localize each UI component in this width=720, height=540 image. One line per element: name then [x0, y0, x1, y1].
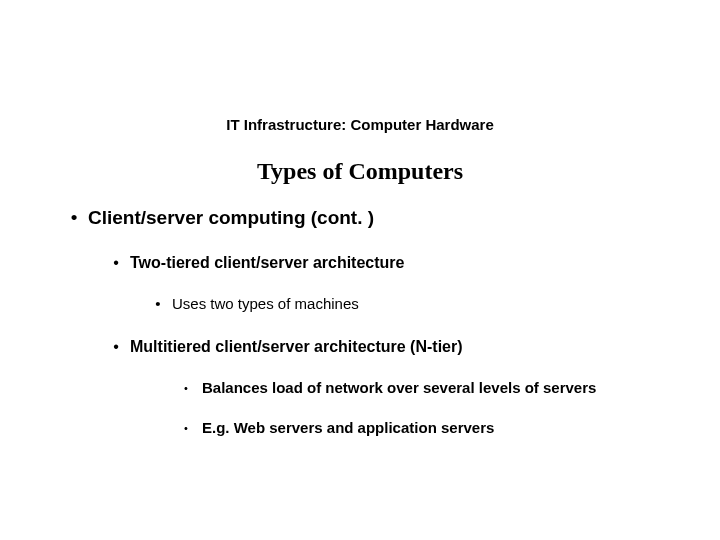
bullet-marker: • — [102, 252, 130, 274]
slide-pretitle: IT Infrastructure: Computer Hardware — [0, 116, 720, 133]
bullet-marker: • — [170, 418, 202, 438]
bullet-level-2: • Multitiered client/server architecture… — [102, 336, 680, 358]
bullet-marker: • — [144, 294, 172, 314]
bullet-text: Uses two types of machines — [172, 294, 680, 314]
bullet-marker: • — [60, 206, 88, 230]
bullet-level-2: • Two-tiered client/server architecture — [102, 252, 680, 274]
bullet-level-4: • Balances load of network over several … — [170, 378, 680, 398]
bullet-text: Two-tiered client/server architecture — [130, 252, 680, 274]
bullet-text: Balances load of network over several le… — [202, 378, 680, 398]
bullet-marker: • — [102, 336, 130, 358]
slide-body: • Client/server computing (cont. ) • Two… — [60, 200, 680, 446]
bullet-text: Client/server computing (cont. ) — [88, 206, 680, 230]
bullet-level-1: • Client/server computing (cont. ) — [60, 206, 680, 230]
bullet-level-3: • Uses two types of machines — [144, 294, 680, 314]
slide-title: Types of Computers — [0, 158, 720, 185]
bullet-text: E.g. Web servers and application servers — [202, 418, 680, 438]
bullet-text: Multitiered client/server architecture (… — [130, 336, 680, 358]
bullet-marker: • — [170, 378, 202, 398]
bullet-level-4: • E.g. Web servers and application serve… — [170, 418, 680, 438]
slide: IT Infrastructure: Computer Hardware Typ… — [0, 0, 720, 540]
